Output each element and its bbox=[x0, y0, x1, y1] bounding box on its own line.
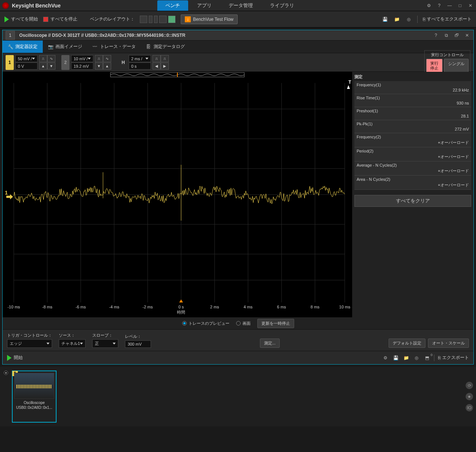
save2-icon[interactable]: 💾 bbox=[392, 355, 399, 361]
disk2-icon[interactable]: ◎ bbox=[413, 355, 420, 361]
svg-text:1: 1 bbox=[5, 190, 8, 196]
help-icon[interactable]: ? bbox=[436, 2, 443, 9]
instrument-number[interactable]: 1 bbox=[6, 31, 15, 40]
start-label: 開始 bbox=[14, 355, 23, 361]
mode-tab-image[interactable]: 📷 画面イメージ bbox=[43, 41, 87, 53]
svg-text:-6 ms: -6 ms bbox=[75, 305, 86, 309]
measurement-item[interactable]: Pk-Pk(1)272 mV bbox=[354, 120, 471, 133]
ch2-offset[interactable]: 19.2 mV bbox=[71, 62, 93, 70]
stop-all-button[interactable]: すべてを停止 bbox=[43, 16, 77, 22]
instr-close-icon[interactable]: ✕ bbox=[464, 32, 470, 39]
pause-update-button[interactable]: 更新を一時停止 bbox=[257, 319, 294, 328]
trigger-source-select[interactable]: チャネル1 bbox=[59, 339, 86, 348]
restore-icon[interactable]: 🗗 bbox=[453, 32, 460, 39]
default-settings-button[interactable]: デフォルト設定 bbox=[389, 339, 425, 348]
screen-radio[interactable]: 画面 bbox=[236, 321, 251, 326]
ch1-down[interactable]: ▼ bbox=[47, 62, 55, 70]
svg-text:-4 ms: -4 ms bbox=[109, 305, 119, 309]
ch1-scale[interactable]: 50 mV / bbox=[15, 55, 38, 62]
trig-ctrl-label: トリガ・コントロール： bbox=[7, 333, 52, 338]
horiz-wave-square[interactable]: ⎍ bbox=[152, 55, 161, 62]
ch2-scale[interactable]: 10 mV / bbox=[71, 55, 93, 62]
tab-library[interactable]: ライブラリ bbox=[262, 0, 302, 11]
test-flow-button[interactable]: ↓ BenchVue Test Flow bbox=[181, 15, 238, 24]
horiz-scale[interactable]: 2 ms / bbox=[129, 55, 151, 62]
instr-help-icon[interactable]: ? bbox=[432, 32, 439, 39]
export-button[interactable]: ⎘ エクスポート bbox=[438, 355, 469, 361]
start-all-button[interactable]: すべてを開始 bbox=[4, 16, 38, 22]
measurement-item[interactable]: Area - N Cycles(2)+オーバーロード bbox=[354, 176, 471, 190]
test-flow-icon: ↓ bbox=[185, 16, 191, 22]
export-all-button[interactable]: ⎘ すべてをエクスポート bbox=[423, 16, 472, 22]
measurement-item[interactable]: Frequency(1)22.9 kHz bbox=[354, 81, 471, 94]
start-button[interactable]: 開始 bbox=[7, 355, 23, 361]
disk-icon[interactable]: ◎ bbox=[405, 16, 412, 23]
collapse-icon[interactable]: ▾ bbox=[4, 371, 8, 375]
minimize-icon[interactable]: — bbox=[446, 2, 453, 9]
tab-bench[interactable]: ベンチ bbox=[157, 0, 188, 11]
ch2-wave-square[interactable]: ⎍ bbox=[95, 55, 103, 62]
layout-slot-2[interactable] bbox=[149, 16, 152, 23]
clear-all-button[interactable]: すべてをクリア bbox=[354, 195, 471, 207]
mode-tab-image-label: 画面イメージ bbox=[55, 44, 82, 50]
trigger-slope-select[interactable]: 正 bbox=[92, 339, 118, 348]
gear-icon[interactable]: ⚙ bbox=[382, 355, 389, 361]
horiz-wave-sine[interactable]: ⎍ bbox=[161, 55, 169, 62]
trigger-level-input[interactable]: 300 mV bbox=[125, 340, 151, 348]
ch2-wave-sine[interactable]: ∿ bbox=[103, 55, 111, 62]
io-circ-icon[interactable]: IO bbox=[466, 404, 473, 411]
horiz-left[interactable]: ◀ bbox=[152, 62, 161, 70]
folder-icon[interactable]: 📁 bbox=[403, 355, 409, 361]
channel-1-button[interactable]: 1 bbox=[6, 55, 14, 70]
measurement-item[interactable]: Preshoot(1)28.1 bbox=[354, 107, 471, 120]
measurement-item[interactable]: Frequency(2)+オーバーロード bbox=[354, 133, 471, 147]
horiz-right[interactable]: ▶ bbox=[161, 62, 169, 70]
ch1-up[interactable]: ▲ bbox=[39, 62, 47, 70]
run-stop-button[interactable]: 実行 停止 bbox=[426, 59, 443, 72]
close-icon[interactable]: ✕ bbox=[467, 2, 474, 9]
mode-tab-trace[interactable]: 〰 トレース・データ bbox=[87, 41, 141, 53]
h-label: H bbox=[119, 60, 127, 65]
tab-data[interactable]: データ管理 bbox=[221, 0, 261, 11]
svg-text:-2 ms: -2 ms bbox=[142, 305, 153, 309]
layout-slot-5[interactable] bbox=[168, 16, 176, 23]
measure-button[interactable]: 測定... bbox=[260, 339, 280, 348]
measurement-item[interactable]: Average - N Cycles(2)+オーバーロード bbox=[354, 161, 471, 176]
layout-slot-3[interactable] bbox=[154, 16, 158, 23]
thumb-name: Oscilloscope bbox=[14, 400, 54, 405]
maximize-icon[interactable]: □ bbox=[457, 2, 463, 9]
ch1-offset[interactable]: 0 V bbox=[15, 62, 38, 70]
single-button[interactable]: シングル bbox=[444, 59, 469, 72]
measurement-item[interactable]: Period(2)+オーバーロード bbox=[354, 147, 471, 161]
refresh-icon[interactable]: ⟳ bbox=[466, 382, 473, 389]
popout-icon[interactable]: ⧉ bbox=[443, 32, 450, 39]
star-icon[interactable]: ★ bbox=[466, 393, 473, 400]
ch1-wave-square[interactable]: ⎍ bbox=[39, 55, 47, 62]
ch2-down[interactable]: ▼ bbox=[95, 62, 103, 70]
settings-icon[interactable]: ⚙ bbox=[425, 2, 432, 9]
ch1-wave-sine[interactable]: ∿ bbox=[47, 55, 55, 62]
svg-text:時間: 時間 bbox=[177, 310, 185, 314]
mode-tab-datalog[interactable]: 🗄 測定データログ bbox=[141, 41, 190, 53]
export-icon: ⎘ bbox=[423, 17, 425, 22]
trigger-mode-select[interactable]: エッジ bbox=[7, 339, 52, 348]
trace-preview-radio[interactable]: トレースのプレビュー bbox=[182, 321, 229, 326]
io-icon[interactable]: ⬒0 bbox=[424, 355, 430, 361]
tab-apps[interactable]: アプリ bbox=[189, 0, 220, 11]
plot-area[interactable]: T 1 -10 ms-8 ms-6 ms-4 ms-2 ms0 s2 ms4 m… bbox=[3, 72, 352, 317]
play-icon bbox=[4, 16, 9, 22]
ch2-up[interactable]: ▲ bbox=[103, 62, 111, 70]
layout-slot-1[interactable] bbox=[140, 16, 147, 23]
instrument-thumbnail[interactable]: 1 Oscilloscope USB0::0x2A8D::0x1... bbox=[12, 371, 57, 423]
svg-text:10 ms: 10 ms bbox=[339, 305, 350, 309]
horiz-offset[interactable]: 0 s bbox=[129, 62, 151, 70]
save-icon[interactable]: 💾 bbox=[382, 16, 388, 23]
measurement-item[interactable]: Rise Time(1)930 ns bbox=[354, 94, 471, 107]
play-icon-2 bbox=[7, 355, 12, 361]
open-icon[interactable]: 📁 bbox=[393, 16, 400, 23]
layout-slot-4[interactable] bbox=[159, 16, 167, 23]
svg-text:6 ms: 6 ms bbox=[277, 305, 286, 309]
autoscale-button[interactable]: オート・スケール bbox=[428, 339, 469, 348]
channel-2-button[interactable]: 2 bbox=[61, 55, 70, 70]
mode-tab-settings[interactable]: 🔧 測定器設定 bbox=[3, 41, 43, 53]
